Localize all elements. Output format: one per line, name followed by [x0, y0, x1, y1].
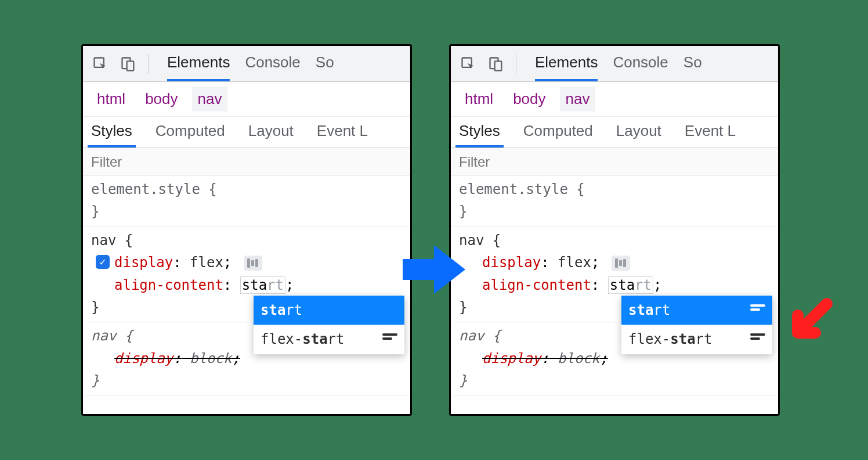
separator: [148, 54, 149, 74]
attention-arrow-icon: [777, 295, 836, 355]
tab-styles[interactable]: Styles: [455, 117, 504, 148]
flex-badge-icon[interactable]: [612, 256, 630, 271]
breadcrumb: html body nav: [83, 82, 410, 117]
autocomplete-item-start[interactable]: start: [621, 296, 772, 325]
value: block: [190, 350, 232, 366]
subtabs: Styles Computed Layout Event L: [451, 117, 778, 148]
tab-sources[interactable]: So: [316, 46, 334, 81]
breadcrumb: html body nav: [451, 82, 778, 117]
brace-close: }: [91, 369, 402, 391]
filter-row: [83, 148, 410, 176]
declaration-align-content[interactable]: align-content: start;: [459, 274, 770, 296]
svg-rect-2: [127, 61, 134, 70]
arrow-right-icon: [399, 235, 469, 307]
device-toggle-icon[interactable]: [117, 52, 140, 76]
separator: [516, 54, 516, 74]
autocomplete-item-flex-start[interactable]: flex-start: [621, 325, 772, 354]
inspect-icon[interactable]: [89, 52, 112, 76]
tab-eventlisteners[interactable]: Event L: [681, 117, 739, 148]
declaration-align-content[interactable]: align-content: start;: [91, 274, 402, 296]
value: block: [558, 350, 599, 366]
tab-layout[interactable]: Layout: [613, 117, 665, 148]
brace-close: }: [91, 200, 402, 222]
align-start-icon: [382, 333, 397, 345]
value-editing[interactable]: start: [240, 276, 285, 294]
tab-eventlisteners[interactable]: Event L: [313, 117, 371, 148]
value-editing[interactable]: start: [608, 276, 653, 294]
align-start-icon: [750, 333, 765, 345]
main-tabs: Elements Console So: [535, 46, 702, 81]
filter-input[interactable]: [83, 148, 410, 175]
rule-nav[interactable]: nav { display: flex; align-content: star…: [451, 227, 778, 323]
selector: element.style {: [91, 178, 402, 200]
tab-console[interactable]: Console: [245, 46, 300, 81]
tab-computed[interactable]: Computed: [520, 117, 596, 148]
crumb-nav[interactable]: nav: [560, 87, 596, 112]
filter-row: [451, 148, 778, 176]
subtabs: Styles Computed Layout Event L: [83, 117, 410, 148]
autocomplete-popup: start flex-start: [621, 296, 772, 354]
tab-computed[interactable]: Computed: [152, 117, 229, 148]
selector: nav {: [459, 229, 770, 251]
property: display: [482, 254, 541, 271]
device-toggle-icon[interactable]: [484, 52, 508, 76]
tab-elements[interactable]: Elements: [535, 46, 598, 81]
property: display: [114, 350, 173, 366]
toolbar: Elements Console So: [83, 46, 410, 82]
selector: element.style {: [459, 178, 770, 200]
rule-nav[interactable]: nav { ✓ display: flex; align-content: st…: [83, 227, 410, 323]
filter-input[interactable]: [451, 148, 778, 175]
devtools-panel-before: Elements Console So html body nav Styles…: [81, 44, 412, 416]
value: flex: [558, 254, 591, 271]
brace-close: }: [459, 200, 770, 222]
tab-console[interactable]: Console: [613, 46, 668, 81]
declaration-display[interactable]: display: flex;: [459, 251, 770, 274]
rule-element-style[interactable]: element.style { }: [451, 176, 778, 227]
tab-layout[interactable]: Layout: [245, 117, 297, 148]
main-tabs: Elements Console So: [167, 46, 334, 81]
crumb-body[interactable]: body: [139, 87, 183, 112]
autocomplete-item-flex-start[interactable]: flex-start: [254, 325, 404, 354]
styles-rules: element.style { } nav { display: flex; a…: [451, 176, 778, 396]
align-start-icon: [750, 304, 765, 316]
svg-rect-5: [495, 61, 502, 70]
value: flex: [190, 254, 223, 271]
property: display: [114, 254, 173, 271]
autocomplete-popup: start flex-start: [254, 296, 404, 354]
autocomplete-item-start[interactable]: start: [254, 296, 404, 325]
inspect-icon[interactable]: [457, 52, 480, 76]
selector: nav {: [91, 229, 402, 251]
property: display: [482, 350, 541, 366]
property: align-content: [114, 277, 223, 293]
devtools-panel-after: Elements Console So html body nav Styles…: [449, 44, 780, 416]
declaration-display[interactable]: ✓ display: flex;: [91, 251, 402, 274]
crumb-html[interactable]: html: [459, 87, 499, 112]
toolbar: Elements Console So: [451, 46, 778, 82]
brace-close: }: [459, 369, 770, 391]
property: align-content: [482, 277, 591, 293]
crumb-nav[interactable]: nav: [192, 87, 228, 112]
flex-badge-icon[interactable]: [244, 256, 262, 271]
checkbox-icon[interactable]: ✓: [96, 255, 110, 269]
crumb-html[interactable]: html: [91, 87, 131, 112]
tab-sources[interactable]: So: [683, 46, 702, 81]
styles-rules: element.style { } nav { ✓ display: flex;…: [83, 176, 410, 396]
tab-styles[interactable]: Styles: [88, 117, 136, 148]
rule-element-style[interactable]: element.style { }: [83, 176, 410, 227]
crumb-body[interactable]: body: [507, 87, 551, 112]
tab-elements[interactable]: Elements: [167, 46, 230, 81]
